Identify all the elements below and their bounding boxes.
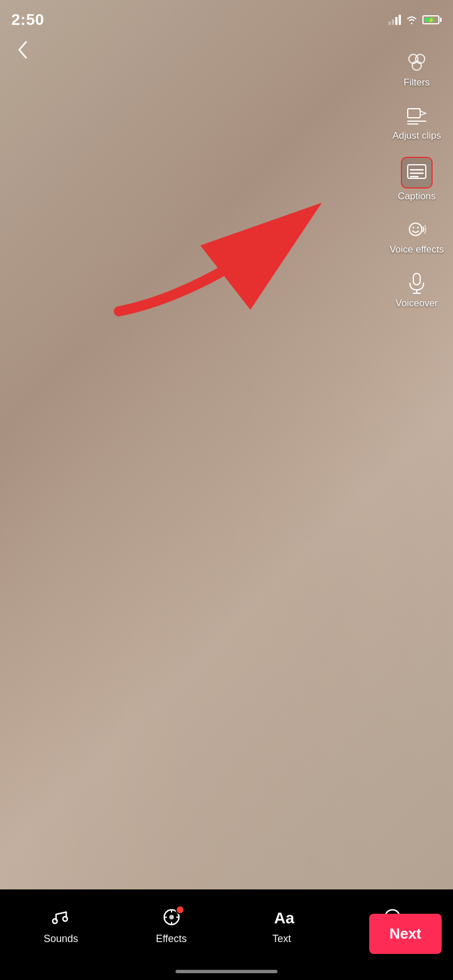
svg-rect-3: [408, 109, 420, 118]
text-icon: Aa: [272, 908, 292, 930]
text-nav-item[interactable]: Aa Text: [226, 898, 337, 954]
svg-rect-14: [413, 273, 420, 285]
voice-effects-icon: [404, 217, 429, 242]
texture-overlay: [0, 0, 453, 980]
voiceover-icon: [404, 271, 429, 296]
svg-point-12: [412, 227, 414, 229]
captions-label: Captions: [398, 191, 435, 202]
svg-point-25: [169, 915, 174, 919]
filters-button[interactable]: Filters: [400, 45, 433, 93]
effects-nav-item[interactable]: Effects: [116, 898, 226, 954]
sounds-nav-item[interactable]: Sounds: [6, 898, 116, 954]
voice-effects-button[interactable]: Voice effects: [386, 212, 447, 260]
annotation-arrow: [91, 181, 362, 328]
filters-label: Filters: [404, 77, 430, 88]
next-button[interactable]: Next: [369, 914, 442, 954]
status-bar: 2:50 ⚡: [0, 0, 453, 34]
home-bar: [176, 970, 277, 973]
home-indicator: [0, 963, 453, 980]
captions-icon: [401, 157, 433, 189]
svg-point-13: [417, 227, 418, 229]
svg-point-19: [63, 917, 67, 921]
svg-point-18: [53, 919, 57, 923]
svg-marker-4: [420, 111, 426, 115]
sounds-icon: [52, 908, 71, 930]
filters-icon: [404, 50, 429, 75]
battery-icon: ⚡: [422, 15, 442, 24]
effects-label: Effects: [156, 933, 187, 945]
voiceover-label: Voiceover: [396, 298, 438, 309]
adjust-clips-button[interactable]: Adjust clips: [389, 99, 445, 146]
captions-button[interactable]: Captions: [394, 152, 439, 207]
wifi-icon: [405, 15, 418, 25]
status-icons: ⚡: [388, 15, 442, 25]
adjust-clips-icon: [404, 103, 429, 128]
effects-icon: [162, 908, 181, 930]
svg-point-11: [409, 223, 422, 236]
voiceover-button[interactable]: Voiceover: [392, 266, 442, 314]
status-time: 2:50: [11, 11, 44, 29]
signal-icon: [388, 15, 401, 25]
voice-effects-label: Voice effects: [390, 244, 444, 255]
sounds-label: Sounds: [44, 933, 78, 945]
back-button[interactable]: [11, 34, 34, 71]
adjust-clips-label: Adjust clips: [392, 130, 441, 142]
svg-text:Aa: Aa: [274, 909, 294, 927]
text-label: Text: [272, 933, 291, 945]
right-toolbar: Filters Adjust clips Captions: [386, 45, 447, 314]
